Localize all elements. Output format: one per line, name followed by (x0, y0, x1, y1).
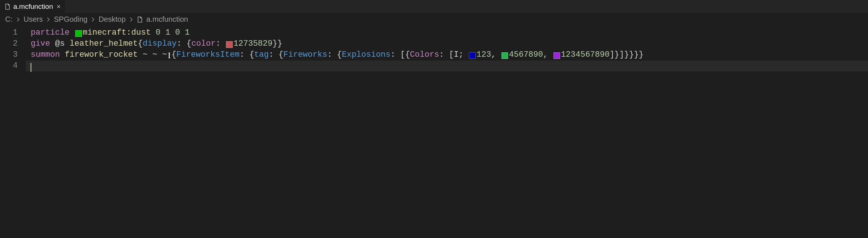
file-icon (137, 16, 143, 23)
coords-token: ~ ~ ~ (143, 49, 167, 60)
breadcrumb-file[interactable]: a.mcfunction (146, 15, 188, 24)
code-line[interactable]: summon firework_rocket ~ ~ ~{FireworksIt… (26, 49, 868, 60)
breadcrumb-item[interactable]: Users (24, 15, 43, 24)
identifier-token: firework_rocket (65, 49, 138, 60)
code-editor[interactable]: 1 2 3 4 particle minecraft:dust 0 1 0 1 … (0, 27, 868, 71)
number-token: 12735829 (233, 38, 272, 49)
color-swatch[interactable] (501, 52, 508, 59)
identifier-token: leather_helmet (70, 38, 138, 49)
args-token: 0 1 0 1 (156, 27, 190, 38)
nbt-key: FireworksItem (176, 49, 240, 60)
tab-bar: a.mcfunction × (0, 0, 868, 13)
code-line[interactable]: give @s leather_helmet{display: {color: … (26, 38, 868, 49)
command-token: give (31, 38, 50, 49)
breadcrumb-item[interactable]: C: (5, 15, 13, 24)
nbt-key: display (143, 38, 177, 49)
line-number-gutter: 1 2 3 4 (0, 27, 26, 71)
code-line[interactable]: particle minecraft:dust 0 1 0 1 (26, 27, 868, 38)
caret (31, 63, 31, 72)
color-swatch[interactable] (469, 52, 476, 59)
selector-token: @s (55, 38, 65, 49)
close-icon[interactable]: × (57, 3, 61, 10)
chevron-right-icon (90, 15, 96, 24)
number-token: 1234567890 (561, 49, 610, 60)
line-number: 1 (0, 27, 18, 38)
breadcrumb[interactable]: C: Users SPGoding Desktop a.mcfunction (0, 13, 868, 27)
breadcrumb-item[interactable]: Desktop (98, 15, 125, 24)
nbt-key: Fireworks (284, 49, 327, 60)
breadcrumb-item[interactable]: SPGoding (54, 15, 87, 24)
chevron-right-icon (46, 15, 51, 24)
tab-active[interactable]: a.mcfunction × (0, 0, 65, 13)
line-number: 4 (0, 60, 18, 71)
color-swatch[interactable] (226, 41, 233, 48)
chevron-right-icon (129, 15, 134, 24)
chevron-right-icon (15, 15, 21, 24)
nbt-key: color (191, 38, 216, 49)
code-line-current[interactable] (26, 60, 868, 71)
nbt-key: Explosions (342, 49, 390, 60)
file-icon (4, 3, 11, 10)
nbt-key: Colors (410, 49, 439, 60)
number-token: 4567890 (509, 49, 543, 60)
identifier-token: minecraft:dust (83, 27, 151, 38)
code-area[interactable]: particle minecraft:dust 0 1 0 1 give @s … (26, 27, 868, 71)
line-number: 3 (0, 49, 18, 60)
tab-filename: a.mcfunction (13, 3, 53, 11)
nbt-key: tag (254, 49, 269, 60)
number-token: 123 (476, 49, 491, 60)
color-swatch[interactable] (75, 30, 82, 37)
command-token: summon (31, 49, 60, 60)
text-cursor-icon (167, 50, 171, 59)
command-token: particle (31, 27, 70, 38)
array-type-token: I; (454, 49, 463, 60)
line-number: 2 (0, 38, 18, 49)
color-swatch[interactable] (553, 52, 560, 59)
